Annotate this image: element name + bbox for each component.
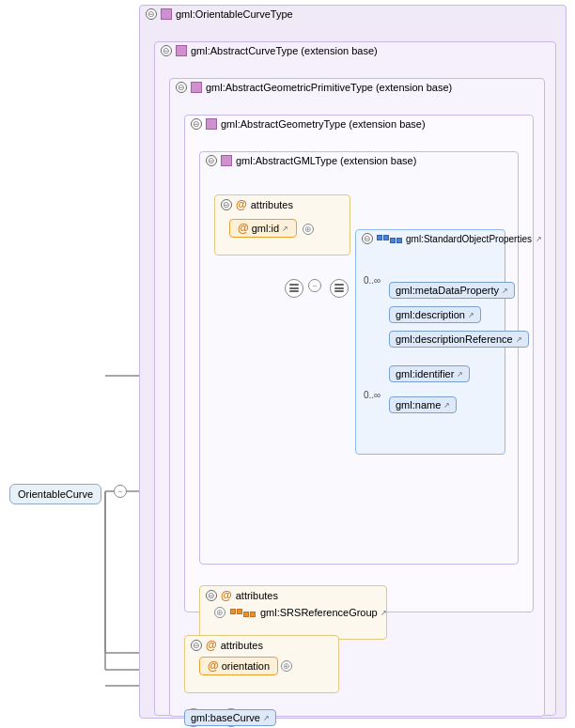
collapse-abstract-geometric[interactable]: ⊖ [176,82,187,93]
name-label: gml:name [396,399,441,410]
std-obj-arrow: ↗ [536,235,542,243]
gmlid-plus[interactable]: ⊕ [303,224,314,235]
box-abstract-curve-header[interactable]: ⊖ gml:AbstractCurveType (extension base) [155,42,555,59]
abstract-geometric-type-label: gml:AbstractGeometricPrimitiveType (exte… [206,82,452,93]
collapse-abstract-gml[interactable]: ⊖ [206,155,217,166]
name-node[interactable]: gml:name ↗ [389,396,457,413]
attrs-srs-header[interactable]: ⊖ @ attributes [200,586,386,605]
at-icon-orient-node: @ [208,659,219,673]
desc-ref-row: gml:descriptionReference ↗ ⊕ [389,333,400,345]
seq-node-1[interactable] [285,279,303,298]
gmlid-label: gml:id [252,223,279,234]
type-icon-abstract-curve [176,45,187,56]
base-curve-row: − gml:baseCurve ↗ ⊕ [184,708,255,727]
seq-icon-1 [289,284,299,293]
collapse-orientable[interactable]: ⊖ [146,8,157,20]
collapse-abstract-geometry[interactable]: ⊖ [191,118,202,130]
box-abstract-geometry: ⊖ gml:AbstractGeometryType (extension ba… [184,115,534,612]
box-abstract-gml-header[interactable]: ⊖ gml:AbstractGMLType (extension base) [200,152,518,169]
attrs-gml-label: attributes [251,199,293,210]
meta-data-row: gml:metaDataProperty ↗ ⊕ [389,285,400,296]
std-obj-props-header[interactable]: ⊖ gml:StandardObjectProperties ↗ [356,230,505,247]
box-orientable-curve-type: ⊖ gml:OrientableCurveType ⊖ gml:Abstract… [139,5,567,719]
type-icon-abstract-geometry [206,118,217,130]
meta-arrow: ↗ [502,287,508,295]
meta-data-label: gml:metaDataProperty [396,285,499,296]
attrs-orientation-header[interactable]: ⊖ @ attributes [185,636,338,655]
type-icon-abstract-gml [221,155,232,166]
type-icon-orientable [161,8,172,20]
orientation-node[interactable]: @ orientation [199,657,278,675]
box-abstract-curve-type: ⊖ gml:AbstractCurveType (extension base)… [154,41,556,716]
description-row: gml:description ↗ ⊕ [389,309,400,320]
desc-ref-label: gml:descriptionReference [396,333,513,345]
base-curve-arrow: ↗ [263,714,270,722]
srs-arrow: ↗ [381,609,387,617]
box-abstract-geometric: ⊖ gml:AbstractGeometricPrimitiveType (ex… [169,78,545,717]
srs-label: gml:SRSReferenceGroup [260,607,378,618]
description-label: gml:description [396,309,465,320]
at-icon-gmlid: @ [238,222,249,235]
root-node-label: OrientableCurve [18,488,93,500]
orientation-label: orientation [222,660,270,672]
seq-icon-2 [334,284,344,293]
abstract-gml-type-label: gml:AbstractGMLType (extension base) [236,155,416,166]
description-node[interactable]: gml:description ↗ [389,306,481,323]
at-icon-orientation: @ [206,639,217,652]
identifier-row: gml:identifier ↗ ⊕ [389,368,400,379]
abstract-curve-type-label: gml:AbstractCurveType (extension base) [191,45,378,56]
meta-data-node[interactable]: gml:metaDataProperty ↗ [389,282,515,299]
box-std-obj-props: ⊖ gml:StandardObjectProperties ↗ [355,229,505,455]
box-abstract-geometry-header[interactable]: ⊖ gml:AbstractGeometryType (extension ba… [185,116,533,132]
box-attrs-orientation: ⊖ @ attributes @ orientation ⊕ [184,635,339,693]
base-curve-label: gml:baseCurve [191,712,260,723]
collapse-attrs-gml[interactable]: ⊖ [221,199,232,210]
desc-arrow: ↗ [468,311,474,319]
type-icon-abstract-geometric [191,82,202,93]
at-icon-srs: @ [221,589,232,602]
box-orientable-curve-type-header[interactable]: ⊖ gml:OrientableCurveType [140,6,566,23]
root-node[interactable]: OrientableCurve [9,484,101,504]
seq-node-2[interactable] [330,279,349,298]
at-icon-attrs-gml: @ [236,198,247,211]
identifier-arrow: ↗ [457,370,463,379]
attrs-orientation-label: attributes [221,640,263,651]
collapse-std[interactable]: ⊖ [362,233,373,244]
abstract-geometry-type-label: gml:AbstractGeometryType (extension base… [221,118,426,130]
orientable-curve-type-label: gml:OrientableCurveType [176,8,293,20]
box-abstract-geometric-header[interactable]: ⊖ gml:AbstractGeometricPrimitiveType (ex… [170,79,544,96]
gmlid-node[interactable]: @ gml:id ↗ [229,219,297,238]
collapse-attrs-orientation[interactable]: ⊖ [191,640,202,651]
srs-expand[interactable]: ⊕ [214,607,225,618]
box-abstract-gml: ⊖ gml:AbstractGMLType (extension base) ⊖… [199,151,519,565]
desc-ref-arrow: ↗ [516,335,522,344]
gmlid-arrow: ↗ [282,225,288,233]
root-connector-circle[interactable]: − [114,485,127,498]
identifier-label: gml:identifier [396,368,454,379]
identifier-node[interactable]: gml:identifier ↗ [389,365,470,382]
name-row: gml:name ↗ ⊕ [389,399,400,410]
collapse-abstract-curve[interactable]: ⊖ [161,45,172,56]
box-attrs-srs: ⊖ @ attributes ⊕ [199,585,387,640]
attrs-srs-label: attributes [236,590,278,601]
desc-ref-node[interactable]: gml:descriptionReference ↗ [389,331,529,348]
std-obj-props-label: gml:StandardObjectProperties [406,234,532,244]
orientation-plus[interactable]: ⊕ [281,660,292,672]
range-label-2: 0..∞ [364,390,381,400]
attrs-gml-header[interactable]: ⊖ @ attributes [215,195,350,214]
collapse-attrs-srs[interactable]: ⊖ [206,590,217,601]
range-label-1: 0..∞ [364,275,381,286]
base-curve-node[interactable]: gml:baseCurve ↗ [184,709,276,726]
diagram-container: OrientableCurve − ⊖ gml:OrientableCurveT… [0,0,575,728]
box-attrs-gml: ⊖ @ attributes @ gml:id ↗ [214,194,350,256]
name-arrow: ↗ [443,401,450,410]
minus-circle-1[interactable]: − [308,279,321,292]
